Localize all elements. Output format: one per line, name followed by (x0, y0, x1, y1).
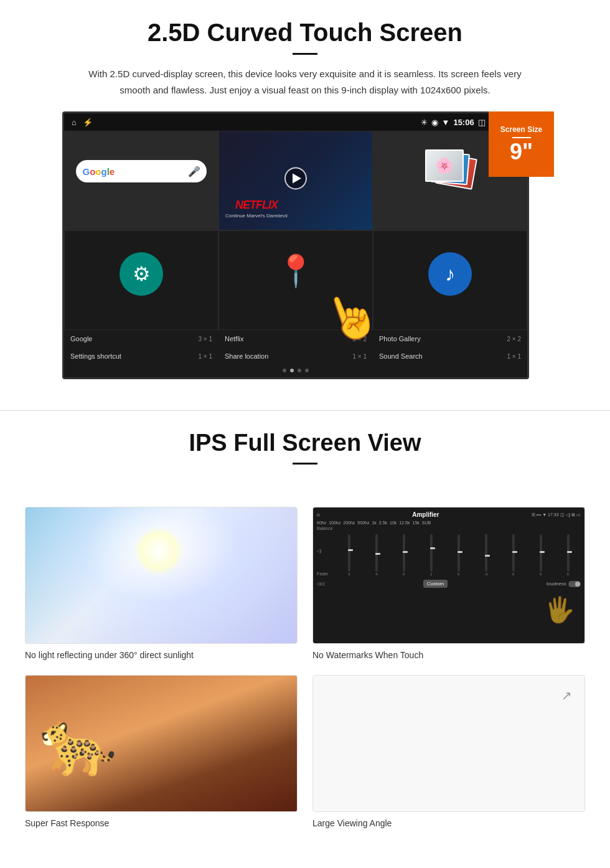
amp-nav-prev[interactable]: ◁◁ (317, 581, 324, 587)
netflix-app-cell[interactable]: NETFLIX Continue Marvel's Daredevil (218, 131, 373, 230)
gallery-label-text: Photo Gallery (379, 335, 421, 342)
eq-track-5 (458, 534, 460, 572)
car-arrow: ↗ (561, 688, 572, 703)
section-divider-hr (0, 410, 610, 411)
eq-handle-2[interactable] (375, 553, 380, 555)
eq-val-4: 1 (430, 572, 432, 576)
amp-win: ▭ (576, 512, 581, 517)
sound-label-text: Sound Search (379, 352, 423, 360)
sunlight-caption: No light reflecting under 360° direct su… (25, 650, 298, 660)
car-bg (313, 676, 584, 811)
badge-size: 9" (510, 141, 533, 163)
toggle-pill[interactable] (568, 581, 581, 587)
freq-200: 200hz (343, 521, 355, 525)
eq-bar-6: -3 (473, 534, 499, 576)
share-grid-size: 1 × 1 (352, 353, 367, 360)
netflix-overlay: NETFLIX Continue Marvel's Daredevil (225, 199, 288, 219)
eq-handle-1[interactable] (348, 549, 353, 551)
feature-cheetah: 🐆 Super Fast Response (25, 675, 298, 828)
eq-bar-9: 0 (555, 534, 581, 576)
eq-track-1 (348, 534, 350, 572)
eq-frequency-labels-top: 60hz 100hz 200hz 500hz 1k 2.5k 10k 12.5k… (317, 521, 581, 525)
freq-2_5k: 2.5k (379, 521, 387, 525)
sound-search-cell[interactable]: ♪ (373, 230, 527, 330)
dot-1 (283, 369, 286, 372)
loudness-toggle: loudness (547, 581, 581, 587)
eq-handle-7[interactable] (512, 551, 517, 553)
amp-time: 17:33 (548, 512, 559, 517)
section2-title: IPS Full Screen View (37, 430, 573, 456)
amp-status-bar: ☰ ••• ▼ 17:33 ◫ ◁) ⊠ ▭ (532, 512, 581, 517)
settings-label: Settings shortcut 1 × 1 (64, 351, 218, 361)
amplifier-caption: No Watermarks When Touch (312, 650, 585, 660)
eq-handle-3[interactable] (403, 551, 408, 553)
eq-track-7 (512, 534, 515, 572)
section2-divider (293, 463, 317, 465)
device-mockup: Screen Size 9" ⌂ ⚡ ✳ ◉ ▼ 15:06 ◫ ◁) ⊠ (62, 111, 548, 379)
eq-handle-5[interactable] (458, 551, 462, 553)
freq-100: 100hz (329, 521, 340, 525)
status-bar: ⌂ ⚡ ✳ ◉ ▼ 15:06 ◫ ◁) ⊠ ▭ (64, 113, 527, 131)
eq-track-4 (430, 534, 433, 572)
settings-app-cell[interactable]: ⚙ (64, 230, 218, 330)
mic-icon[interactable]: 🎤 (188, 166, 200, 177)
usb-icon: ⚡ (83, 118, 93, 127)
eq-val-9: 0 (567, 572, 569, 576)
photo-card-1: 🌸 (425, 149, 464, 182)
settings-label-text: Settings shortcut (70, 352, 121, 360)
custom-button[interactable]: Custom (423, 580, 448, 588)
section1-divider (293, 53, 317, 55)
play-button[interactable] (284, 167, 307, 189)
camera-icon: ◫ (478, 118, 486, 127)
settings-grid-size: 1 × 1 (198, 353, 212, 360)
badge-title: Screen Size (500, 125, 542, 134)
eq-track-3 (403, 534, 405, 572)
sound-label: Sound Search 1 × 1 (373, 351, 527, 361)
eq-handle-6[interactable] (485, 555, 490, 557)
amp-wifi: ▼ (542, 512, 547, 517)
freq-sub: SUB (422, 521, 431, 525)
share-location-cell[interactable]: 📍 ☝ (218, 230, 373, 330)
sunlight-circle (134, 526, 184, 576)
eq-handle-8[interactable] (540, 551, 545, 553)
eq-bar-8: 0 (528, 534, 553, 576)
section-curved-screen: 2.5D Curved Touch Screen With 2.5D curve… (0, 0, 610, 379)
sound-icon: ♪ (428, 252, 472, 296)
cheetah-icon: 🐆 (39, 707, 117, 780)
loudness-label: loudness (547, 581, 566, 587)
freq-15k: 15k (412, 521, 419, 525)
eq-bar-2: 4 (364, 534, 389, 576)
amp-vol: ◁) (566, 512, 570, 517)
section1-description: With 2.5D curved-display screen, this de… (87, 66, 523, 98)
eq-val-3: 0 (403, 572, 405, 576)
home-icon-amp: ⌂ (317, 512, 320, 517)
google-label: Google 3 × 1 (64, 334, 218, 344)
eq-track-6 (485, 534, 487, 572)
google-search-bar[interactable]: Google 🎤 (76, 160, 206, 182)
amp-icon2: ••• (537, 512, 541, 517)
eq-val-5: 0 (458, 572, 459, 576)
play-triangle (293, 173, 301, 183)
amp-cam: ◫ (560, 512, 565, 517)
home-icon[interactable]: ⌂ (72, 118, 77, 127)
feature-car: 🚗 ↗ Large Viewing Angle (312, 675, 585, 828)
eq-main-area: Balance ◁) Fader 3 4 (317, 526, 581, 576)
app-labels-2: Settings shortcut 1 × 1 Share location 1… (64, 347, 527, 365)
eq-handle-4[interactable] (430, 547, 435, 549)
eq-bar-4: 1 (418, 534, 444, 576)
amplifier-image: ⌂ Amplifier ☰ ••• ▼ 17:33 ◫ ◁) ⊠ ▭ 60hz … (312, 507, 585, 644)
eq-bars: 3 4 0 (336, 526, 581, 576)
wifi-icon: ▼ (442, 118, 450, 127)
eq-handle-9[interactable] (567, 551, 572, 553)
share-label-text: Share location (225, 352, 268, 360)
car-caption: Large Viewing Angle (312, 818, 585, 828)
eq-track-8 (540, 534, 542, 572)
toggle-knob (575, 582, 580, 587)
freq-12_5k: 12.5k (399, 521, 410, 525)
google-app-cell[interactable]: Google 🎤 (64, 131, 218, 230)
netflix-subtitle: Continue Marvel's Daredevil (225, 213, 288, 219)
amp-icon1: ☰ (532, 512, 535, 517)
eq-val-1: 3 (348, 572, 350, 576)
eq-bar-1: 3 (336, 534, 362, 576)
amp-header: ⌂ Amplifier ☰ ••• ▼ 17:33 ◫ ◁) ⊠ ▭ (317, 511, 581, 518)
